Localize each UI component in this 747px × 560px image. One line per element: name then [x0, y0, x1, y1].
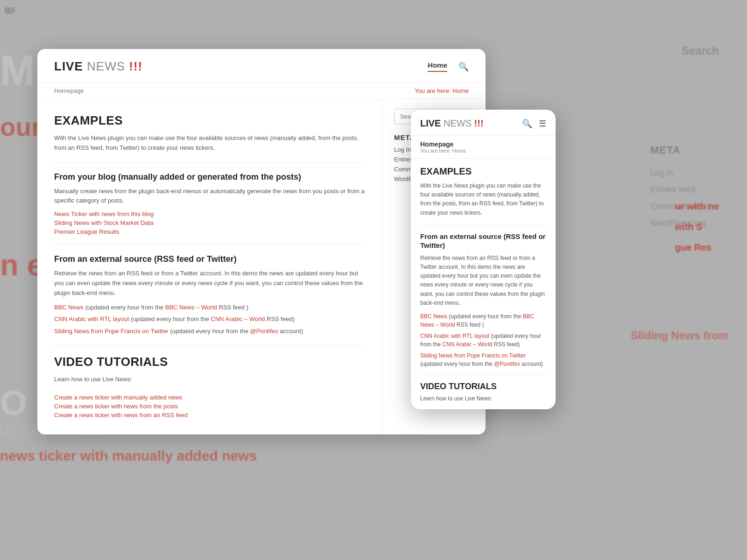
- blog-section-title: From your blog (manually added or genera…: [54, 172, 366, 182]
- external-link-1: BBC News (updated every hour from the BB…: [54, 303, 366, 312]
- mobile-external-title: From an external source (RSS feed or Twi…: [420, 232, 546, 250]
- mobile-cnn-world-link[interactable]: CNN Arabic – World: [442, 341, 492, 348]
- external-link-3: Sliding News from Pope Francis on Twitte…: [54, 327, 366, 336]
- header-nav: Home 🔍: [428, 61, 469, 72]
- mobile-breadcrumb: Homepage You are here: Home: [411, 136, 556, 159]
- external-link-2: CNN Arabic with RTL layout (updated ever…: [54, 315, 366, 324]
- mobile-pope-link-line: Sliding News from Pope Francis on Twitte…: [420, 351, 546, 368]
- pontifex-link[interactable]: @Pontifex: [250, 328, 278, 335]
- bbc-news-link[interactable]: BBC News: [54, 304, 84, 311]
- examples-title: EXAMPLES: [54, 113, 366, 128]
- mobile-menu-icon[interactable]: ☰: [539, 119, 546, 129]
- mobile-search-icon[interactable]: 🔍: [522, 119, 532, 129]
- mobile-logo-exclaim: !!!: [474, 118, 484, 128]
- bg-lines: Sliding News from: [631, 327, 747, 344]
- blog-link-2[interactable]: Sliding News with Stock Market Data: [54, 219, 366, 226]
- video-link-2[interactable]: Create a news ticker with news from the …: [54, 403, 366, 410]
- pope-francis-link[interactable]: Sliding News from Pope Francis on Twitte…: [54, 328, 169, 335]
- video-link-3[interactable]: Create a news ticker with news from an R…: [54, 412, 366, 419]
- blog-link-1[interactable]: News Ticker with news from this blog: [54, 210, 366, 217]
- video-link-1[interactable]: Create a news ticker with manually added…: [54, 394, 366, 401]
- mobile-pontifex-link[interactable]: @Pontifex: [494, 361, 520, 367]
- mobile-video-desc: Learn how to use Live News:: [420, 395, 546, 402]
- external-section-title: From an external source (RSS feed or Twi…: [54, 254, 366, 264]
- desktop-logo: LIVE NEWS !!!: [54, 59, 142, 74]
- nav-home-link[interactable]: Home: [428, 61, 447, 72]
- mobile-bbc-link-line: BBC News (updated every hour from the BB…: [420, 312, 546, 329]
- mobile-header-icons: 🔍 ☰: [522, 119, 546, 129]
- external-section-desc: Retrieve the news from an RSS feed or fr…: [54, 269, 366, 298]
- logo-live: LIVE: [54, 59, 87, 73]
- mobile-header: LIVE NEWS !!! 🔍 ☰: [411, 110, 556, 136]
- mobile-logo: LIVE NEWS !!!: [420, 118, 484, 129]
- mobile-page-name: Homepage: [420, 140, 546, 148]
- mobile-examples-title: EXAMPLES: [420, 166, 546, 177]
- bg-right-search: Search: [682, 44, 719, 57]
- mobile-video-title: VIDEO TUTORIALS: [420, 382, 546, 392]
- bg-right-red: ur with newith Sgue Res: [675, 196, 719, 258]
- desktop-main-content: EXAMPLES With the Live News plugin you c…: [37, 99, 383, 434]
- logo-news: NEWS: [87, 59, 129, 73]
- mobile-logo-news: NEWS: [444, 118, 474, 128]
- mobile-bbc-news-link[interactable]: BBC News: [420, 313, 447, 320]
- blog-link-3[interactable]: Premier League Results: [54, 228, 366, 235]
- mobile-window: LIVE NEWS !!! 🔍 ☰ Homepage You are here:…: [411, 110, 556, 409]
- bg-large-text-6: news ticker with manually added news: [0, 448, 257, 464]
- cnn-world-link[interactable]: CNN Arabic – World: [211, 315, 265, 322]
- desktop-breadcrumb-bar: Homepage You are here: Home: [37, 83, 486, 99]
- breadcrumb-you-are: You are here: Home: [415, 87, 469, 94]
- bbc-world-link[interactable]: BBC News – World: [165, 304, 217, 311]
- mobile-cnn-arabic-link[interactable]: CNN Arabic with RTL layout: [420, 333, 489, 339]
- blog-section-desc: Manually create news from the plugin bac…: [54, 187, 366, 206]
- mobile-examples-desc: With the Live News plugin you can make u…: [420, 182, 546, 217]
- mobile-cnn-link-line: CNN Arabic with RTL layout (updated ever…: [420, 332, 546, 349]
- mobile-pope-francis-link[interactable]: Sliding News from Pope Francis on Twitte…: [420, 352, 526, 359]
- cnn-arabic-link[interactable]: CNN Arabic with RTL layout: [54, 315, 129, 322]
- desktop-header: LIVE NEWS !!! Home 🔍: [37, 49, 486, 83]
- video-section-desc: Learn how to use Live News:: [54, 375, 366, 385]
- examples-desc: With the Live News plugin you can make u…: [54, 133, 366, 153]
- mobile-logo-live: LIVE: [420, 118, 444, 128]
- bg-title: gp: [5, 5, 15, 14]
- mobile-body: EXAMPLES With the Live News plugin you c…: [411, 159, 556, 409]
- breadcrumb-homepage: Homepage: [54, 87, 84, 94]
- logo-exclaim: !!!: [129, 59, 142, 73]
- search-icon-button[interactable]: 🔍: [458, 62, 469, 72]
- video-section-title: VIDEO TUTORIALS: [54, 355, 366, 369]
- mobile-you-are: You are here: Home: [420, 148, 546, 154]
- mobile-external-desc: Retrieve the news from an RSS feed or fr…: [420, 254, 546, 308]
